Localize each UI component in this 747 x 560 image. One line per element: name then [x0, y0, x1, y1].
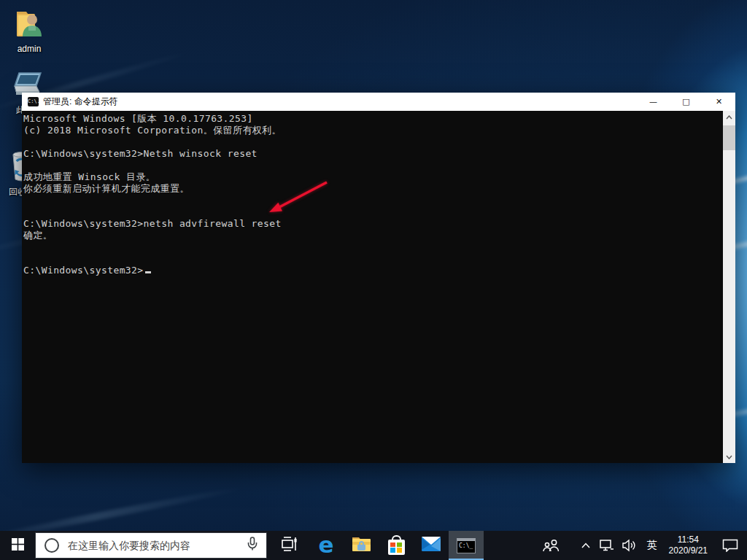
cmd-window-icon: C:\.	[28, 97, 39, 106]
clock-date: 2020/9/21	[669, 545, 708, 556]
terminal-line	[23, 136, 723, 148]
tray-overflow-button[interactable]	[577, 531, 595, 560]
file-explorer-icon	[352, 536, 371, 555]
task-view-button[interactable]	[271, 531, 306, 560]
network-icon	[599, 539, 614, 552]
people-button[interactable]	[535, 531, 567, 560]
window-title: 管理员: 命令提示符	[43, 96, 637, 108]
scrollbar-thumb[interactable]	[723, 125, 735, 150]
clock-time: 11:54	[669, 534, 708, 545]
terminal-line	[23, 195, 723, 206]
window-titlebar[interactable]: C:\. 管理员: 命令提示符 — □ ✕	[22, 93, 735, 111]
close-button[interactable]: ✕	[703, 93, 735, 111]
action-center-icon	[722, 539, 738, 552]
windows-logo-icon	[12, 538, 24, 553]
task-view-icon	[280, 536, 298, 555]
terminal-line: C:\Windows\system32>netsh advfirewall re…	[23, 218, 723, 230]
terminal-line: 确定。	[23, 230, 723, 241]
store-button[interactable]	[379, 531, 414, 560]
maximize-button[interactable]: □	[670, 93, 703, 111]
terminal-line: 你必须重新启动计算机才能完成重置。	[23, 183, 723, 195]
start-button[interactable]	[0, 531, 35, 560]
terminal-line	[23, 206, 723, 218]
terminal-line	[23, 160, 723, 171]
ime-indicator[interactable]: 英	[641, 531, 663, 560]
taskbar-search[interactable]	[35, 532, 267, 559]
network-button[interactable]	[595, 531, 618, 560]
terminal-line: 成功地重置 Winsock 目录。	[23, 171, 723, 183]
terminal-line: Microsoft Windows [版本 10.0.17763.253]	[23, 113, 723, 125]
file-explorer-button[interactable]	[344, 531, 379, 560]
scroll-up-icon[interactable]	[723, 111, 735, 123]
user-folder-icon	[12, 29, 46, 42]
command-prompt-taskbar-button[interactable]: C:\_	[449, 531, 484, 560]
terminal-line	[23, 253, 723, 265]
volume-icon	[622, 539, 637, 552]
terminal-output[interactable]: Microsoft Windows [版本 10.0.17763.253](c)…	[22, 111, 723, 463]
desktop: admin 此电脑 回收站 C:\. 管理员: 命	[0, 0, 747, 560]
volume-button[interactable]	[618, 531, 641, 560]
minimize-button[interactable]: —	[637, 93, 670, 111]
desktop-icon-label: admin	[6, 44, 53, 54]
action-center-button[interactable]	[713, 531, 747, 560]
cortana-icon	[44, 538, 59, 553]
terminal-line	[23, 241, 723, 253]
terminal-cursor	[145, 271, 151, 273]
taskbar: e	[0, 531, 747, 560]
scrollbar[interactable]	[723, 111, 735, 463]
edge-icon: e	[318, 530, 333, 559]
search-input[interactable]	[66, 539, 239, 552]
people-icon	[542, 539, 560, 552]
microphone-icon[interactable]	[247, 537, 258, 554]
terminal-line: C:\Windows\system32>	[23, 265, 723, 276]
scroll-down-icon[interactable]	[723, 451, 735, 463]
terminal-line: C:\Windows\system32>Netsh winsock reset	[23, 148, 723, 160]
chevron-up-icon	[581, 542, 590, 548]
edge-button[interactable]: e	[309, 531, 344, 560]
mail-icon	[422, 537, 441, 554]
system-tray: 英 11:54 2020/9/21	[535, 531, 747, 560]
terminal-line: (c) 2018 Microsoft Corporation。保留所有权利。	[23, 125, 723, 136]
store-icon	[388, 540, 405, 555]
taskbar-clock[interactable]: 11:54 2020/9/21	[663, 531, 713, 560]
desktop-icon-admin[interactable]: admin	[6, 7, 53, 54]
command-prompt-window: C:\. 管理员: 命令提示符 — □ ✕ Microsoft Windows …	[22, 93, 735, 463]
mail-button[interactable]	[414, 531, 449, 560]
command-prompt-icon: C:\_	[457, 538, 476, 553]
